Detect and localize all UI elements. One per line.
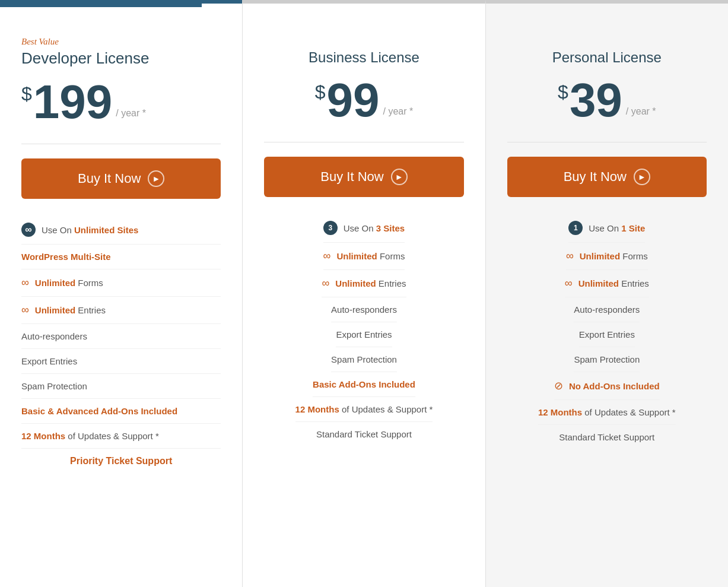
biz-feature-autoresponders: Auto-responders <box>331 297 397 322</box>
business-divider <box>264 142 463 142</box>
biz-feature-unlimited-entries: ∞ Unlimited Entries <box>322 270 406 297</box>
no-addons-icon: ⊘ <box>554 379 563 392</box>
developer-divider <box>21 144 221 144</box>
feature-addons: Basic & Advanced Add-Ons Included <box>21 399 221 424</box>
personal-price-amount: 39 <box>570 77 622 124</box>
biz-infinity-entries-icon: ∞ <box>322 277 329 290</box>
biz-feature-addons: Basic Add-Ons Included <box>313 372 415 397</box>
plan-personal: Personal License $ 39 / year * Buy It No… <box>486 0 728 587</box>
pers-feature-spam: Spam Protection <box>574 347 640 372</box>
business-price-period: / year * <box>381 106 414 117</box>
infinity-forms-icon: ∞ <box>21 277 29 289</box>
pers-feature-autoresponders: Auto-responders <box>574 297 640 322</box>
personal-buy-label: Buy It Now <box>564 169 627 185</box>
business-price-block: $ 99 / year * <box>264 77 463 124</box>
pers-infinity-entries-icon: ∞ <box>565 277 573 290</box>
personal-divider <box>507 142 707 142</box>
personal-buy-arrow-icon: ► <box>634 169 650 185</box>
biz-infinity-forms-icon: ∞ <box>323 250 331 262</box>
pers-feature-standard-support: Standard Ticket Support <box>559 425 654 449</box>
feature-autoresponders: Auto-responders <box>21 324 221 349</box>
feature-highlight-unlimited-entries: Unlimited <box>35 305 75 315</box>
biz-feature-unlimited-forms: ∞ Unlimited Forms <box>323 243 405 270</box>
developer-buy-button[interactable]: Buy It Now ► <box>21 158 221 199</box>
biz-feature-export: Export Entries <box>336 322 392 347</box>
biz-feature-standard-support: Standard Ticket Support <box>316 422 412 446</box>
biz-highlight-unlimited-entries: Unlimited <box>335 278 376 288</box>
pers-feature-export: Export Entries <box>579 322 635 347</box>
developer-price-block: $ 199 / year * <box>21 78 221 126</box>
plan-business: Business License $ 99 / year * Buy It No… <box>242 0 485 587</box>
infinity-badge-icon: ∞ <box>21 223 36 237</box>
pers-highlight-unlimited-forms: Unlimited <box>580 251 620 261</box>
plan-developer: Best Value Developer License $ 199 / yea… <box>0 0 242 587</box>
page-wrapper: G GRAVITY Best Value Developer License $… <box>0 0 728 587</box>
biz-feature-spam: Spam Protection <box>331 347 397 372</box>
pers-feature-1-site: 1 Use On 1 Site <box>568 214 645 243</box>
personal-price-block: $ 39 / year * <box>507 77 707 124</box>
feature-highlight-unlimited-sites: Unlimited Sites <box>74 225 138 235</box>
pers-feature-updates: 12 Months of Updates & Support * <box>538 400 676 425</box>
pers-highlight-1-site: 1 Site <box>621 223 645 233</box>
biz-highlight-unlimited-forms: Unlimited <box>336 251 377 261</box>
pers-highlight-no-addons: No Add-Ons Included <box>569 381 660 391</box>
biz-feature-3-sites: 3 Use On 3 Sites <box>323 214 405 243</box>
biz-feature-updates: 12 Months of Updates & Support * <box>295 397 433 422</box>
business-buy-button[interactable]: Buy It Now ► <box>264 157 463 197</box>
personal-buy-button[interactable]: Buy It Now ► <box>507 157 707 197</box>
personal-plan-name: Personal License <box>507 49 707 66</box>
business-price-currency: $ <box>315 83 326 101</box>
developer-price-period: / year * <box>113 108 146 119</box>
feature-highlight-unlimited-forms: Unlimited <box>35 278 75 288</box>
feature-unlimited-sites: ∞ Use On Unlimited Sites <box>21 215 221 245</box>
personal-features-list: 1 Use On 1 Site ∞ Unlimited Forms ∞ Unli… <box>507 214 707 449</box>
pers-feature-unlimited-forms: ∞ Unlimited Forms <box>566 243 648 270</box>
developer-plan-name: Developer License <box>21 49 221 68</box>
developer-buy-arrow-icon: ► <box>148 170 164 187</box>
feature-unlimited-entries: ∞ Unlimited Entries <box>21 297 221 324</box>
feature-highlight-12months: 12 Months <box>21 431 65 441</box>
business-buy-arrow-icon: ► <box>391 169 408 185</box>
best-value-badge: Best Value <box>21 37 221 47</box>
badge-1-icon: 1 <box>568 221 583 235</box>
pers-highlight-12months: 12 Months <box>538 407 582 417</box>
developer-features-list: ∞ Use On Unlimited Sites WordPress Multi… <box>21 215 221 474</box>
top-bar-accent <box>0 4 202 7</box>
developer-price-amount: 199 <box>33 78 112 126</box>
business-price-amount: 99 <box>327 77 380 124</box>
feature-spam-protection: Spam Protection <box>21 374 221 399</box>
business-plan-name: Business License <box>264 49 463 66</box>
feature-export-entries: Export Entries <box>21 349 221 374</box>
feature-updates-support: 12 Months of Updates & Support * <box>21 424 221 449</box>
pers-highlight-unlimited-entries: Unlimited <box>578 278 619 288</box>
developer-buy-label: Buy It Now <box>78 171 141 186</box>
biz-highlight-12months: 12 Months <box>295 404 339 414</box>
business-buy-label: Buy It Now <box>320 169 383 185</box>
business-features-list: 3 Use On 3 Sites ∞ Unlimited Forms ∞ Unl… <box>264 214 463 446</box>
pers-infinity-forms-icon: ∞ <box>566 250 574 262</box>
developer-price-currency: $ <box>21 84 32 103</box>
feature-priority-support: Priority Ticket Support <box>21 449 221 474</box>
pricing-grid: Best Value Developer License $ 199 / yea… <box>0 0 728 587</box>
feature-wordpress-multisite: WordPress Multi-Site <box>21 245 221 269</box>
biz-highlight-3-sites: 3 Sites <box>376 223 405 233</box>
badge-3-icon: 3 <box>323 221 338 235</box>
infinity-entries-icon: ∞ <box>21 304 29 316</box>
personal-price-period: / year * <box>624 106 656 117</box>
pers-feature-no-addons: ⊘ No Add-Ons Included <box>554 372 660 400</box>
pers-feature-unlimited-entries: ∞ Unlimited Entries <box>565 270 649 297</box>
feature-unlimited-forms: ∞ Unlimited Forms <box>21 269 221 297</box>
personal-price-currency: $ <box>558 83 568 101</box>
